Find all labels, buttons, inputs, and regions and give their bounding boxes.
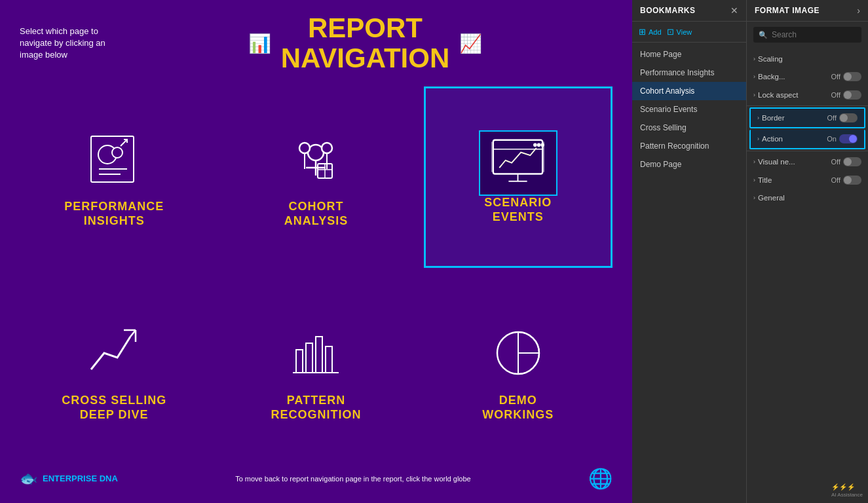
bookmarks-close-button[interactable]: ✕ — [730, 5, 738, 16]
format-row-action[interactable]: › Action On — [749, 130, 865, 149]
cohort-icon — [276, 126, 355, 192]
enterprise-logo: 🐟 ENTERPRISE DNA — [20, 470, 118, 487]
bookmarks-title: BOOKMARKS — [640, 6, 696, 15]
action-toggle-circle[interactable] — [839, 134, 858, 143]
title-toggle-label: Off — [831, 176, 840, 184]
action-label: Action — [762, 135, 783, 143]
background-toggle-circle[interactable] — [843, 72, 861, 81]
visual-ne-toggle[interactable]: Off — [831, 157, 861, 166]
scenario-icon-container — [479, 130, 557, 196]
enterprise-text: ENTERPRISE DNA — [43, 474, 118, 483]
svg-point-8 — [299, 143, 310, 153]
bookmarks-panel: BOOKMARKS ✕ ⊞ Add ⊡ View Home Page Perfo… — [632, 0, 747, 503]
title-bar-icon: 📈 — [459, 33, 482, 54]
svg-rect-0 — [91, 136, 134, 182]
format-row-background[interactable]: › Backg... Off — [747, 67, 868, 86]
lock-aspect-toggle[interactable]: Off — [831, 90, 861, 100]
performance-label: PERFORMANCE INSIGHTS — [64, 200, 164, 228]
general-expand-icon: › — [753, 195, 755, 201]
globe-icon[interactable]: 🌐 — [588, 467, 613, 490]
visual-ne-label: Visual ne... — [758, 158, 795, 166]
format-image-panel: FORMAT IMAGE › 🔍 › Scaling › Backg... — [747, 0, 868, 503]
bookmark-item-scenario[interactable]: Scenario Events — [632, 100, 746, 119]
border-toggle-circle[interactable] — [839, 113, 858, 122]
add-icon: ⊞ — [639, 27, 646, 37]
bookmark-item-demo[interactable]: Demo Page — [632, 155, 746, 174]
cross-selling-icon — [75, 320, 153, 386]
bookmarks-view-button[interactable]: ⊡ View — [667, 27, 692, 37]
scenario-label: SCENARIO EVENTS — [484, 196, 552, 224]
lock-aspect-label: Lock aspect — [758, 91, 798, 99]
nav-item-pattern[interactable]: PATTERN RECOGNITION — [221, 281, 410, 462]
format-panel-title: FORMAT IMAGE — [755, 6, 820, 15]
svg-rect-29 — [306, 343, 312, 373]
visual-ne-toggle-label: Off — [831, 158, 840, 166]
nav-item-cross[interactable]: CROSS SELLING DEEP DIVE — [20, 281, 208, 462]
lock-aspect-toggle-label: Off — [831, 91, 840, 99]
svg-rect-31 — [326, 346, 332, 373]
action-toggle-label: On — [827, 135, 837, 143]
visual-ne-toggle-circle[interactable] — [843, 157, 861, 166]
format-row-title[interactable]: › Title Off — [747, 171, 868, 189]
general-label: General — [758, 194, 785, 202]
format-divider-2 — [747, 151, 868, 151]
cohort-label: COHORT ANALYSIS — [284, 200, 348, 228]
action-toggle[interactable]: On — [827, 134, 858, 143]
bookmark-item-pattern[interactable]: Pattern Recognition — [632, 137, 746, 155]
bookmark-item-cohort[interactable]: Cohort Analysis — [632, 82, 746, 100]
report-title: REPORT NAVIGATION — [281, 13, 449, 73]
scaling-label: Scaling — [758, 55, 783, 63]
main-canvas: Select which page to navigate by clickin… — [0, 0, 632, 503]
ai-icon-area: ⚡⚡⚡AI Assistance — [747, 478, 868, 503]
demo-icon — [479, 320, 557, 386]
title-toggle-circle[interactable] — [843, 176, 861, 185]
bookmarks-header: BOOKMARKS ✕ — [632, 0, 746, 22]
format-row-lock-aspect[interactable]: › Lock aspect Off — [747, 86, 868, 104]
nav-grid: PERFORMANCE INSIGHTS — [20, 86, 613, 462]
bookmark-item-cross[interactable]: Cross Selling — [632, 119, 746, 137]
background-expand-icon: › — [753, 73, 755, 80]
title-toggle[interactable]: Off — [831, 176, 861, 185]
bookmarks-actions: ⊞ Add ⊡ View — [632, 22, 746, 43]
title-area: 📊 REPORT NAVIGATION 📈 — [118, 13, 613, 73]
format-row-border[interactable]: › Border Off — [749, 107, 865, 128]
bookmark-item-perf[interactable]: Performance Insights — [632, 64, 746, 82]
format-search-icon: 🔍 — [759, 31, 768, 39]
nav-item-cohort[interactable]: COHORT ANALYSIS — [221, 86, 410, 267]
view-icon: ⊡ — [667, 27, 674, 37]
svg-point-10 — [322, 143, 332, 153]
background-toggle-label: Off — [831, 73, 840, 81]
border-toggle[interactable]: Off — [827, 113, 858, 122]
right-panels: BOOKMARKS ✕ ⊞ Add ⊡ View Home Page Perfo… — [632, 0, 868, 503]
svg-point-19 — [538, 143, 540, 146]
svg-point-2 — [112, 147, 123, 158]
svg-point-18 — [534, 143, 537, 146]
lock-aspect-toggle-circle[interactable] — [843, 90, 861, 100]
background-label: Backg... — [758, 73, 785, 81]
nav-item-demo[interactable]: DEMO WORKINGS — [424, 281, 613, 462]
visual-ne-expand-icon: › — [753, 158, 755, 165]
pattern-icon — [276, 320, 355, 386]
svg-rect-28 — [296, 350, 303, 373]
side-instruction-text: Select which page to navigate by clickin… — [20, 26, 118, 62]
format-row-visual-ne[interactable]: › Visual ne... Off — [747, 153, 868, 171]
lock-aspect-expand-icon: › — [753, 92, 755, 98]
bookmark-item-home[interactable]: Home Page — [632, 45, 746, 64]
nav-item-scenario[interactable]: SCENARIO EVENTS — [424, 86, 613, 267]
format-search-input[interactable] — [772, 30, 868, 39]
format-row-general[interactable]: › General — [747, 189, 868, 206]
ai-assistant-icon[interactable]: ⚡⚡⚡AI Assistance — [831, 483, 863, 498]
background-toggle[interactable]: Off — [831, 72, 861, 81]
border-label: Border — [762, 114, 785, 122]
demo-label: DEMO WORKINGS — [482, 394, 554, 422]
scaling-expand-icon: › — [753, 56, 755, 62]
format-row-scaling[interactable]: › Scaling — [747, 50, 868, 67]
pattern-label: PATTERN RECOGNITION — [271, 394, 361, 422]
enterprise-logo-icon: 🐟 — [20, 470, 37, 487]
format-header: FORMAT IMAGE › — [747, 0, 868, 22]
format-search-box[interactable]: 🔍 — [753, 27, 861, 43]
format-panel-arrow[interactable]: › — [857, 5, 860, 16]
nav-item-performance[interactable]: PERFORMANCE INSIGHTS — [20, 86, 208, 267]
bookmarks-add-button[interactable]: ⊞ Add — [639, 27, 662, 37]
title-label: Title — [758, 176, 772, 184]
